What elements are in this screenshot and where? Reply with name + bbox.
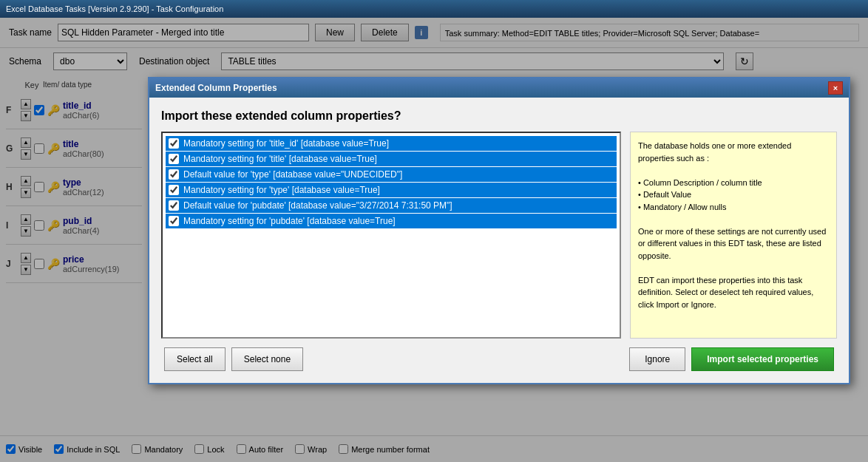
select-none-button[interactable]: Select none	[231, 347, 303, 371]
property-text-5: Default value for 'pubdate' [database va…	[183, 200, 452, 211]
property-item-1[interactable]: Mandatory setting for 'title_id' [databa…	[166, 136, 617, 151]
extended-properties-modal: Extended Column Properties × Import thes…	[148, 77, 850, 384]
property-text-2: Mandatory setting for 'title' [database …	[183, 154, 377, 164]
info-bullet-3: • Mandatory / Allow nulls	[638, 201, 829, 214]
info-bullet-2: • Default Value	[638, 188, 829, 201]
property-checkbox-6[interactable]	[169, 216, 179, 226]
ignore-button[interactable]: Ignore	[629, 347, 685, 371]
property-item-4[interactable]: Mandatory setting for 'type' [database v…	[166, 183, 617, 197]
modal-heading: Import these extended column properties?	[161, 109, 837, 123]
property-text-3: Default value for 'type' [database value…	[183, 169, 402, 180]
property-text-1: Mandatory setting for 'title_id' [databa…	[183, 138, 389, 149]
properties-list: Mandatory setting for 'title_id' [databa…	[161, 132, 621, 339]
property-item-2[interactable]: Mandatory setting for 'title' [database …	[166, 152, 617, 166]
property-checkbox-4[interactable]	[169, 185, 179, 195]
info-panel: The database holds one or more extended …	[630, 132, 837, 339]
main-window: Task name New Delete i Task summary: Met…	[0, 18, 868, 462]
modal-content: Mandatory setting for 'title_id' [databa…	[161, 132, 837, 339]
info-text-1: The database holds one or more extended …	[638, 140, 829, 164]
property-text-4: Mandatory setting for 'type' [database v…	[183, 185, 380, 195]
modal-body: Import these extended column properties?…	[149, 98, 849, 383]
title-bar: Excel Database Tasks [Version 2.9.290] -…	[0, 0, 868, 18]
property-checkbox-1[interactable]	[169, 138, 179, 149]
modal-footer: Select all Select none Ignore Import sel…	[161, 347, 837, 371]
property-checkbox-5[interactable]	[169, 200, 179, 211]
property-text-6: Mandatory setting for 'pubdate' [databas…	[183, 216, 396, 226]
modal-title: Extended Column Properties	[155, 83, 277, 93]
property-item-3[interactable]: Default value for 'type' [database value…	[166, 167, 617, 182]
info-bullet-1: • Column Description / column title	[638, 177, 829, 189]
property-item-6[interactable]: Mandatory setting for 'pubdate' [databas…	[166, 214, 617, 228]
property-checkbox-3[interactable]	[169, 169, 179, 180]
modal-close-button[interactable]: ×	[828, 81, 843, 95]
info-text-3: EDT can import these properties into thi…	[638, 274, 829, 311]
title-bar-text: Excel Database Tasks [Version 2.9.290] -…	[6, 4, 223, 13]
modal-title-bar: Extended Column Properties ×	[149, 78, 849, 98]
property-checkbox-2[interactable]	[169, 154, 179, 164]
import-button[interactable]: Import selected properties	[691, 347, 834, 371]
property-item-5[interactable]: Default value for 'pubdate' [database va…	[166, 198, 617, 213]
select-all-button[interactable]: Select all	[164, 347, 226, 371]
info-text-2: One or more of these settings are not cu…	[638, 225, 829, 262]
